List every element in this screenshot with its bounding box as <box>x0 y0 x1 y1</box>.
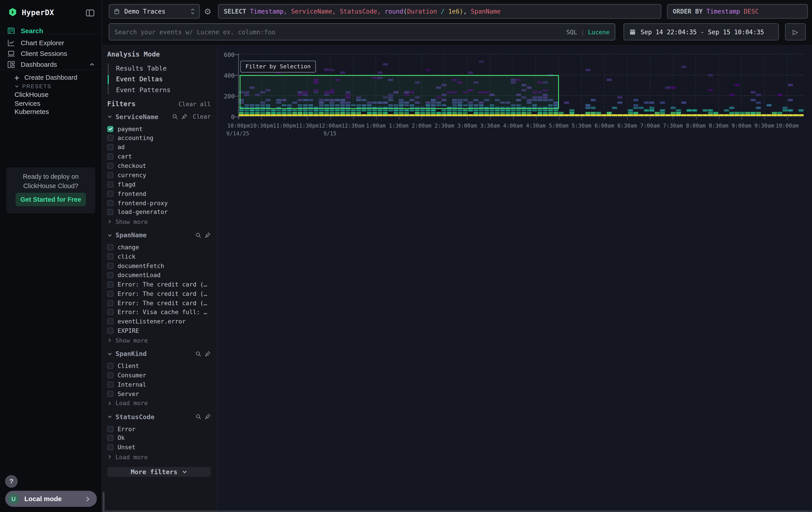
clear-all-filters-button[interactable]: Clear all <box>178 101 211 108</box>
checkbox[interactable] <box>107 144 113 151</box>
create-dashboard-button[interactable]: Create Dashboard <box>14 74 77 81</box>
filter-option-server[interactable]: Server <box>107 390 211 397</box>
filter-option-unset[interactable]: Unset <box>107 444 211 451</box>
run-query-button[interactable]: ▷ <box>785 23 806 41</box>
filter-option-payment[interactable]: payment <box>107 125 211 132</box>
filter-option-load-generator[interactable]: load-generator <box>107 209 211 216</box>
select-query-input[interactable]: SELECT Timestamp, ServiceName, StatusCod… <box>218 4 662 19</box>
checkbox[interactable] <box>107 300 113 306</box>
checkbox[interactable] <box>107 172 113 178</box>
analysis-mode-option-results-table[interactable]: Results Table <box>108 63 211 74</box>
checkbox[interactable] <box>107 309 113 316</box>
chevron-up-icon[interactable] <box>89 61 95 67</box>
checkbox[interactable] <box>107 281 113 288</box>
gear-icon[interactable]: ⚙ <box>203 7 213 17</box>
sidebar-item-preset-services[interactable]: Services <box>14 99 40 107</box>
search-icon[interactable] <box>172 113 178 120</box>
filter-option-internal[interactable]: Internal <box>107 381 211 388</box>
search-icon[interactable] <box>195 232 201 238</box>
checkbox[interactable] <box>107 154 113 160</box>
pin-icon[interactable] <box>181 113 188 120</box>
checkbox[interactable] <box>107 318 113 325</box>
get-started-button[interactable]: Get Started for Free <box>16 193 86 206</box>
filter-option-change[interactable]: change <box>107 244 211 251</box>
search-icon[interactable] <box>195 351 201 357</box>
sidebar-item-chart-explorer[interactable]: Chart Explorer <box>0 37 102 48</box>
pin-icon[interactable] <box>205 351 211 357</box>
checkbox[interactable] <box>107 253 113 260</box>
filter-group-header-statuscode[interactable]: StatusCode <box>107 413 211 420</box>
filter-group-header-servicename[interactable]: ServiceNameClear <box>107 113 211 120</box>
show-more-button-spanname[interactable]: Show more <box>107 336 211 344</box>
filter-option-eventlistener-error[interactable]: eventListener.error <box>107 318 211 325</box>
checkbox[interactable] <box>107 181 113 187</box>
checkbox[interactable] <box>107 381 113 387</box>
filter-option-consumer[interactable]: Consumer <box>107 372 211 379</box>
source-select[interactable]: Demo Traces <box>109 4 200 19</box>
filter-option-error[interactable]: Error <box>107 425 211 432</box>
filter-option-error-the-credit-card[interactable]: Error: The credit card (… <box>107 281 211 288</box>
filter-option-error-the-credit-card[interactable]: Error: The credit card (… <box>107 300 211 306</box>
panel-scrollbar-thumb[interactable] <box>103 492 105 512</box>
filter-group-header-spanname[interactable]: SpanName <box>107 232 211 239</box>
presets-toggle[interactable]: PRESETS <box>14 83 51 89</box>
filter-by-selection-button[interactable]: Filter by Selection <box>240 60 316 73</box>
sidebar-item-preset-kubernetes[interactable]: Kubernetes <box>14 108 49 115</box>
pin-icon[interactable] <box>205 232 211 238</box>
checkbox[interactable] <box>107 200 113 206</box>
local-mode-menu[interactable]: U Local mode <box>5 491 97 507</box>
language-mode-lucene[interactable]: Lucene <box>588 28 610 36</box>
search-icon[interactable] <box>195 413 201 420</box>
checkbox[interactable] <box>107 163 113 169</box>
checkbox[interactable] <box>107 263 113 269</box>
filter-option-ok[interactable]: Ok <box>107 435 211 442</box>
filter-option-currency[interactable]: currency <box>107 172 211 179</box>
filter-option-accounting[interactable]: accounting <box>107 135 211 141</box>
filter-option-client[interactable]: Client <box>107 362 211 369</box>
show-more-button-servicename[interactable]: Show more <box>107 218 211 225</box>
collapse-sidebar-icon[interactable] <box>85 8 95 18</box>
filter-option-documentfetch[interactable]: documentFetch <box>107 263 211 269</box>
help-button[interactable]: ? <box>5 475 18 488</box>
load-more-button-spankind[interactable]: Load more <box>107 400 211 407</box>
sidebar-item-preset-clickhouse[interactable]: ClickHouse <box>14 90 49 99</box>
checkbox[interactable] <box>107 444 113 451</box>
sidebar-item-client-sessions[interactable]: Client Sessions <box>0 48 102 59</box>
checkbox[interactable] <box>107 209 113 215</box>
pin-icon[interactable] <box>205 413 211 420</box>
filter-group-header-spankind[interactable]: SpanKind <box>107 350 211 357</box>
filter-option-cart[interactable]: cart <box>107 153 211 160</box>
filter-option-error-visa-cache-full[interactable]: Error: Visa cache full: … <box>107 309 211 316</box>
checkbox[interactable] <box>107 391 113 397</box>
analysis-mode-option-event-patterns[interactable]: Event Patterns <box>108 84 211 95</box>
time-range-picker[interactable]: Sep 14 22:04:35 - Sep 15 10:04:35 <box>624 23 779 41</box>
checkbox[interactable] <box>107 191 113 197</box>
analysis-mode-option-event-deltas[interactable]: Event Deltas <box>108 74 211 85</box>
checkbox[interactable] <box>107 372 113 378</box>
checkbox[interactable] <box>107 435 113 441</box>
filter-option-flagd[interactable]: flagd <box>107 181 211 188</box>
checkbox[interactable] <box>107 328 113 334</box>
more-filters-button[interactable]: More filters <box>107 467 211 477</box>
filter-option-frontend[interactable]: frontend <box>107 190 211 197</box>
language-mode-sql[interactable]: SQL <box>566 28 577 36</box>
horizontal-scrollbar[interactable] <box>102 510 812 512</box>
filter-option-checkout[interactable]: checkout <box>107 162 211 169</box>
checkbox[interactable] <box>107 272 113 278</box>
filter-option-expire[interactable]: EXPIRE <box>107 327 211 334</box>
filter-option-frontend-proxy[interactable]: frontend-proxy <box>107 199 211 206</box>
filter-option-documentload[interactable]: documentLoad <box>107 272 211 279</box>
filter-option-click[interactable]: click <box>107 253 211 260</box>
checkbox[interactable] <box>107 244 113 250</box>
filter-option-ad[interactable]: ad <box>107 144 211 151</box>
search-input[interactable]: Search your events w/ Lucene ex. column:… <box>109 23 615 41</box>
checkbox[interactable] <box>107 291 113 297</box>
checkbox[interactable] <box>107 426 113 432</box>
sidebar-item-dashboards[interactable]: Dashboards <box>0 58 102 70</box>
filter-option-error-the-credit-card[interactable]: Error: The credit card (… <box>107 290 211 297</box>
checkbox-checked[interactable] <box>107 126 113 132</box>
order-by-input[interactable]: ORDER BY Timestamp DESC <box>667 4 808 19</box>
checkbox[interactable] <box>107 135 113 141</box>
sidebar-item-search[interactable]: Search <box>0 25 102 36</box>
clear-filter-button[interactable]: Clear <box>193 113 211 120</box>
